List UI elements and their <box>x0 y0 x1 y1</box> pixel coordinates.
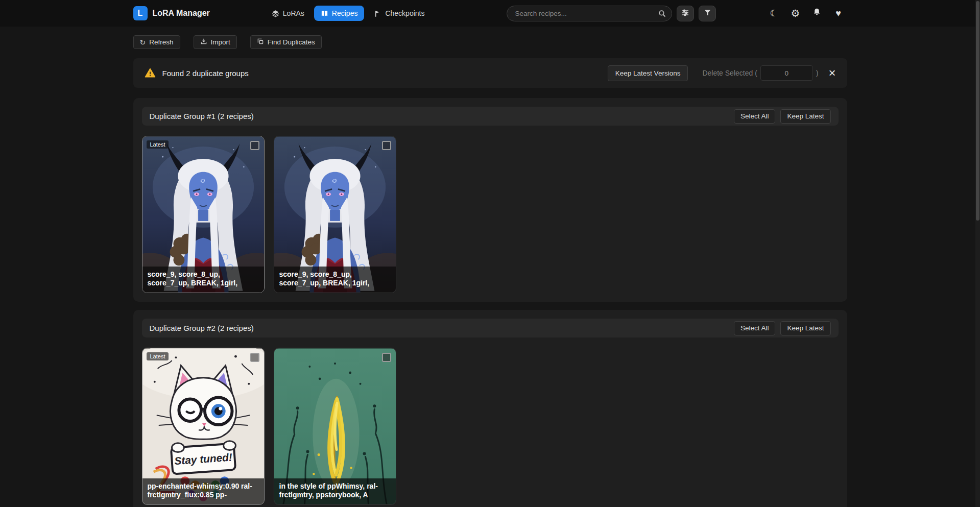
settings-button[interactable]: ⚙ <box>787 5 804 22</box>
sliders-icon <box>681 9 689 18</box>
delete-selected-area: Delete Selected ( ) <box>702 65 818 81</box>
tab-label: Recipes <box>332 9 358 17</box>
refresh-button[interactable]: ↻ Refresh <box>133 35 180 49</box>
keep-latest-button[interactable]: Keep Latest <box>780 321 830 335</box>
duplicate-group-1: Duplicate Group #1 (2 recipes) Select Al… <box>133 98 847 302</box>
tab-label: LoRAs <box>283 9 304 17</box>
gear-icon: ⚙ <box>791 7 800 19</box>
theme-toggle-button[interactable]: ☾ <box>766 5 783 22</box>
checkpoint-flag-icon <box>374 10 381 17</box>
copy-icon <box>257 38 264 46</box>
card-row: Latest pp-enchanted-whimsy:0.90 ral-frct… <box>142 348 839 505</box>
delete-selected-suffix: ) <box>816 69 819 77</box>
duplicates-banner: Found 2 duplicate groups Keep Latest Ver… <box>133 58 847 88</box>
group-header: Duplicate Group #1 (2 recipes) Select Al… <box>142 107 839 126</box>
select-all-button[interactable]: Select All <box>734 109 776 124</box>
tab-loras[interactable]: LoRAs <box>265 6 311 21</box>
group-actions: Select All Keep Latest <box>734 109 831 124</box>
navbar: L LoRA Manager LoRAs Recipes <box>0 0 980 27</box>
card-row: Latest score_9, score_8_up, score_7_up, … <box>142 136 839 293</box>
group-title: Duplicate Group #1 (2 recipes) <box>150 112 254 120</box>
recipe-caption: in the style of ppWhimsy, ral-frctlgmtry… <box>274 478 396 504</box>
import-icon <box>200 38 207 46</box>
import-label: Import <box>211 38 230 46</box>
latest-badge: Latest <box>147 352 169 360</box>
close-icon: × <box>828 66 835 80</box>
funnel-icon <box>704 9 711 18</box>
find-duplicates-button[interactable]: Find Duplicates <box>250 35 322 49</box>
close-banner-button[interactable]: × <box>828 67 835 79</box>
app-logo-icon: L <box>133 6 148 20</box>
notifications-button[interactable] <box>808 5 826 22</box>
search-input[interactable] <box>507 6 672 21</box>
filter-button[interactable] <box>699 6 716 21</box>
sort-options-button[interactable] <box>677 6 694 21</box>
banner-message: Found 2 duplicate groups <box>162 69 249 78</box>
card-checkbox[interactable] <box>382 353 391 362</box>
duplicate-group-2: Duplicate Group #2 (2 recipes) Select Al… <box>133 310 847 507</box>
card-checkbox[interactable] <box>250 141 259 150</box>
latest-badge: Latest <box>147 140 169 149</box>
recipe-caption: score_9, score_8_up, score_7_up, BREAK, … <box>274 267 396 293</box>
nav-right-actions: ☾ ⚙ ♥ <box>766 5 847 22</box>
find-duplicates-label: Find Duplicates <box>268 38 315 46</box>
select-all-button[interactable]: Select All <box>734 321 776 335</box>
card-checkbox[interactable] <box>250 353 259 362</box>
recipe-caption: score_9, score_8_up, score_7_up, BREAK, … <box>142 267 264 293</box>
group-header: Duplicate Group #2 (2 recipes) Select Al… <box>142 319 839 337</box>
keep-latest-versions-button[interactable]: Keep Latest Versions <box>608 65 688 81</box>
group-actions: Select All Keep Latest <box>734 321 831 335</box>
banner-actions: Keep Latest Versions Delete Selected ( )… <box>608 65 836 81</box>
search-icon[interactable] <box>658 9 666 20</box>
refresh-label: Refresh <box>149 38 173 46</box>
brand[interactable]: L LoRA Manager <box>133 6 210 20</box>
favorites-button[interactable]: ♥ <box>830 5 847 22</box>
layers-icon <box>272 10 279 17</box>
warning-icon <box>145 67 156 79</box>
heart-icon: ♥ <box>835 8 841 19</box>
bell-icon <box>812 8 821 19</box>
tab-checkpoints[interactable]: Checkpoints <box>367 6 431 21</box>
moon-icon: ☾ <box>770 8 778 19</box>
recipe-card[interactable]: score_9, score_8_up, score_7_up, BREAK, … <box>274 136 396 293</box>
scrollbar[interactable] <box>975 0 980 507</box>
brand-name: LoRA Manager <box>153 9 210 18</box>
tab-label: Checkpoints <box>385 9 424 17</box>
refresh-icon: ↻ <box>140 38 146 46</box>
scrollbar-thumb[interactable] <box>976 1 979 221</box>
recipe-caption: pp-enchanted-whimsy:0.90 ral-frctlgmtry_… <box>142 478 264 504</box>
main-content: ↻ Refresh Import Find Duplicates Found 2… <box>133 35 847 507</box>
group-title: Duplicate Group #2 (2 recipes) <box>150 324 254 332</box>
search-area <box>507 6 716 21</box>
recipe-card[interactable]: Latest pp-enchanted-whimsy:0.90 ral-frct… <box>142 348 265 505</box>
book-icon <box>321 10 328 17</box>
app-root: L LoRA Manager LoRAs Recipes <box>0 0 980 507</box>
recipe-card[interactable]: in the style of ppWhimsy, ral-frctlgmtry… <box>274 348 396 505</box>
delete-count-input[interactable] <box>760 65 813 81</box>
card-checkbox[interactable] <box>382 141 391 150</box>
recipes-toolbar: ↻ Refresh Import Find Duplicates <box>133 35 847 49</box>
tab-recipes[interactable]: Recipes <box>314 6 365 21</box>
import-button[interactable]: Import <box>194 35 237 49</box>
nav-tabs: LoRAs Recipes Checkpoints <box>265 6 432 21</box>
keep-latest-button[interactable]: Keep Latest <box>780 109 830 124</box>
recipe-card[interactable]: Latest score_9, score_8_up, score_7_up, … <box>142 136 265 293</box>
delete-selected-prefix: Delete Selected ( <box>702 69 757 77</box>
logo-letter: L <box>138 9 143 18</box>
